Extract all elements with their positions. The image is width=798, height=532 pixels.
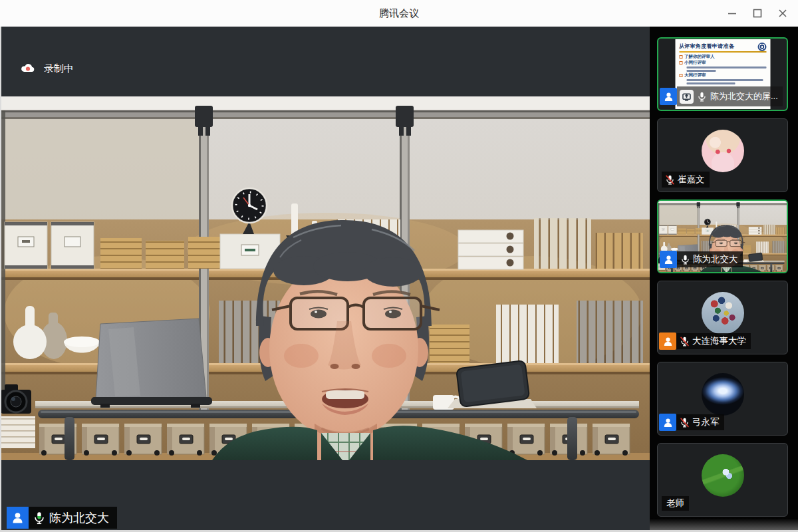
mic-muted-icon (679, 417, 690, 428)
screen-share-icon (680, 90, 694, 104)
maximize-icon (753, 9, 762, 18)
bullet-marker (679, 61, 682, 65)
minimize-button[interactable] (720, 0, 745, 27)
participants-sidebar[interactable]: 从评审角度看申请准备 了解你的评审人 小同行评审 大同行评审 (650, 27, 798, 532)
slide-smalltext (686, 82, 735, 84)
avatar-anime-girl (702, 130, 744, 172)
person-icon (663, 91, 674, 102)
bookshelf-video-scene (1, 96, 650, 460)
bullet-marker (679, 55, 682, 59)
main-video-name: 陈为北交大 (49, 510, 109, 526)
window-controls (720, 0, 795, 27)
person-icon (662, 417, 674, 428)
mic-on-icon (696, 91, 708, 102)
slide-title: 从评审角度看申请准备 (679, 43, 757, 50)
recording-label: 录制中 (44, 63, 74, 75)
mic-on-icon (32, 511, 47, 525)
slide-bullet: 小同行评审 (684, 61, 706, 65)
tile-self-video[interactable]: 陈为北交大 (657, 200, 788, 273)
avatar-butterfly-leaf (702, 454, 744, 497)
titlebar[interactable]: 腾讯会议 (0, 0, 798, 27)
participant-name: 崔嘉文 (678, 174, 705, 186)
mic-on-icon (680, 254, 691, 265)
participant-badge (659, 332, 676, 350)
participant-name: 陈为北交大的屏... (710, 90, 778, 102)
slide-divider (679, 51, 766, 53)
tile-participant[interactable]: 老师 (657, 443, 788, 517)
close-button[interactable] (770, 0, 795, 27)
participant-badge (660, 88, 677, 105)
slide-smalltext (686, 66, 767, 68)
participant-name: 弓永军 (692, 416, 720, 428)
participant-name: 陈为北交大 (693, 253, 738, 265)
tile-participant[interactable]: 弓永军 (657, 362, 788, 436)
person-icon (11, 511, 25, 525)
tile-participant[interactable]: 大连海事大学 (657, 281, 788, 354)
slide-bullet: 了解你的评审人 (684, 55, 715, 59)
recording-indicator: 录制中 (20, 61, 74, 76)
participant-badge (659, 414, 676, 431)
minimize-icon (728, 9, 737, 18)
main-stage: 录制中 陈为北交大 (0, 27, 650, 532)
mic-muted-icon (679, 336, 690, 347)
bullet-marker (679, 74, 682, 77)
window-title: 腾讯会议 (379, 7, 419, 20)
mic-muted-icon (664, 174, 676, 186)
maximize-button[interactable] (745, 0, 770, 27)
participant-badge (660, 251, 677, 268)
slide-logo-icon (757, 43, 766, 51)
tile-screen-share[interactable]: 从评审角度看申请准备 了解你的评审人 小同行评审 大同行评审 (657, 37, 788, 111)
person-icon (663, 254, 674, 265)
cloud-recording-icon (20, 61, 36, 76)
participant-name: 老师 (666, 497, 684, 509)
slide-smalltext (686, 70, 716, 72)
avatar-balloons (702, 292, 744, 334)
meeting-window: 腾讯会议 录制中 (0, 0, 798, 532)
main-video[interactable] (1, 96, 650, 460)
avatar-jellyfish (702, 373, 744, 416)
close-icon (778, 9, 787, 18)
main-video-nametag: 陈为北交大 (7, 507, 117, 529)
person-icon (662, 336, 674, 347)
slide-smalltext (686, 79, 763, 81)
participant-badge (7, 507, 29, 529)
tile-participant[interactable]: 崔嘉文 (657, 118, 788, 192)
participant-name: 大连海事大学 (692, 335, 746, 347)
slide-bullet: 大同行评审 (684, 73, 706, 78)
